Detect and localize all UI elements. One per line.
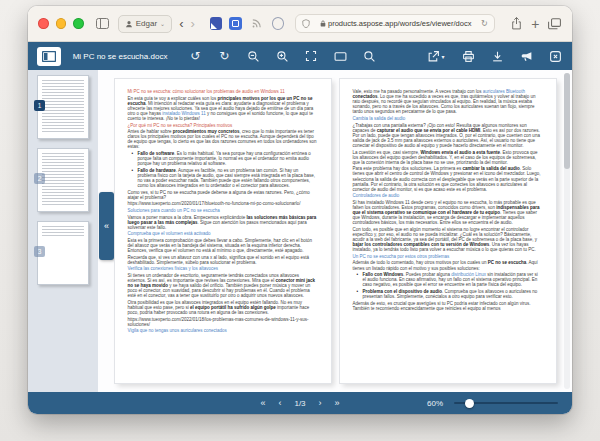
- document-text-run: ¿Por qué mi PC no se escucha? Principale…: [128, 123, 233, 128]
- document-paragraph: ¿Trabajas con una pantalla externa? ¡Ojo…: [353, 123, 543, 148]
- document-text-run: Como ves, si tu PC no se escucha puede d…: [128, 190, 310, 200]
- padlock-icon: [320, 20, 326, 27]
- viewer-footer: « ‹ 1/3 › » 60%: [28, 392, 572, 414]
- page-number-badge: 1: [34, 100, 45, 111]
- document-paragraph: Vale, esto me ha pasado personalmente. A…: [353, 89, 543, 114]
- document-paragraph: Vamos a poner manos a la obra. Empecemos…: [128, 215, 318, 230]
- document-paragraph: Además de todo lo comentado, hay otros m…: [353, 260, 543, 270]
- viewer-body: 123 « Mi PC no se escucha: cómo solucion…: [28, 70, 572, 392]
- document-page-1: Mi PC no se escucha: cómo solucionar los…: [114, 78, 332, 384]
- close-window-button[interactable]: [38, 18, 49, 29]
- export-caret-icon: ▾: [441, 53, 444, 60]
- document-text-run: Comprueba que el volumen está activado: [128, 231, 211, 236]
- last-page-button[interactable]: »: [335, 398, 340, 408]
- document-list-item: •Fallo con Windows. Puedes probar alguna…: [353, 272, 543, 287]
- profile-menu-button[interactable]: Edgar ⌄: [118, 15, 172, 33]
- document-text-run: Controladores de audio: [353, 193, 400, 198]
- back-button[interactable]: ‹: [179, 17, 183, 30]
- first-page-button[interactable]: «: [260, 398, 265, 408]
- document-heading-blue: Un PC no se escucha por estos otros prob…: [353, 254, 543, 259]
- thumbnail-preview: [42, 226, 84, 236]
- document-heading-red: Mi PC no se escucha: cómo solucionar los…: [128, 89, 318, 94]
- document-text-run: Con todo, es posible que en algún moment…: [353, 227, 538, 242]
- document-paragraph: Como ves, si tu PC no se escucha puede d…: [128, 190, 318, 200]
- sidebar-toggle-icon[interactable]: [95, 16, 111, 32]
- minimize-window-button[interactable]: [56, 18, 67, 29]
- document-page-2: Vale, esto me ha pasado personalmente. A…: [339, 78, 557, 384]
- zoom-out-button[interactable]: [245, 48, 261, 64]
- document-paragraph: Recuerda que, si ves un altavoz con una …: [128, 255, 318, 265]
- document-heading-blue: Verifica las conexiones físicas y los al…: [128, 266, 318, 271]
- page-number-badge: 2: [34, 173, 45, 184]
- document-heading-blue: Vigila que no tengas unos auriculares co…: [128, 328, 318, 333]
- document-text-run: Si tienes un ordenador de escritorio, se…: [128, 273, 300, 283]
- rss-icon[interactable]: [249, 16, 265, 32]
- privacy-shield-icon[interactable]: [302, 19, 310, 28]
- document-list-item: •Problema con el dispositivo de audio. C…: [353, 289, 543, 299]
- document-paragraph: https://www.tuexperto.com/2020/01/17/blu…: [128, 201, 318, 206]
- browser-extension-button-1[interactable]: [210, 17, 223, 30]
- chevron-down-icon: ⌄: [160, 20, 165, 27]
- zoom-window-button[interactable]: [73, 18, 84, 29]
- bullet-marker: •: [132, 168, 134, 173]
- reload-icon[interactable]: ↻: [481, 19, 488, 28]
- document-heading-blue: Controladores de audio: [353, 193, 543, 198]
- document-list-item: •Fallo de software. Es lo más habitual. …: [128, 151, 318, 166]
- redo-button[interactable]: ↻: [216, 48, 232, 64]
- page-indicator: 1/3: [294, 399, 305, 408]
- tab-overview-icon[interactable]: [546, 16, 562, 32]
- document-text-run: Mi PC no se escucha: cómo solucionar los…: [128, 89, 285, 94]
- new-tab-button[interactable]: +: [531, 17, 539, 31]
- print-button[interactable]: [460, 48, 476, 64]
- fit-page-button[interactable]: [332, 48, 348, 64]
- document-text-run: Recuerda que, si ves un altavoz con una …: [128, 255, 310, 265]
- document-text-run: Cambia la salida del audio: [353, 116, 406, 121]
- share-icon[interactable]: [509, 16, 525, 32]
- zoom-slider[interactable]: [454, 402, 558, 404]
- document-heading-red: ¿Por qué mi PC no se escucha? Principale…: [128, 123, 318, 128]
- export-button[interactable]: ▾: [425, 48, 447, 64]
- next-page-button[interactable]: ›: [319, 398, 322, 408]
- browser-window: Edgar ⌄ ‹ › products.aspose.app/words/es…: [28, 6, 572, 414]
- search-button[interactable]: [361, 48, 377, 64]
- page-thumbnail-2[interactable]: 2: [37, 148, 89, 212]
- document-paragraph: Si has instalado Windows 11 desde cero y…: [353, 200, 543, 225]
- document-paragraph: Esta es la primera comprobación que debe…: [128, 238, 318, 253]
- page-thumbnail-3[interactable]: 3: [37, 221, 89, 285]
- thumbnail-sidebar: 123: [28, 70, 98, 392]
- panel-layout-icon: [42, 51, 56, 62]
- document-text-run: https://www.tuexperto.com/2020/01/17/blu…: [128, 201, 301, 206]
- undo-button[interactable]: ↺: [187, 48, 203, 64]
- bullet-marker: •: [132, 151, 134, 156]
- scrollbar-thumb[interactable]: [564, 73, 570, 169]
- viewer-toolbar: Mi PC no se escucha.docx ↺ ↻: [28, 42, 572, 70]
- address-bar[interactable]: products.aspose.app/words/es/viewer/docx…: [295, 14, 494, 33]
- document-text-run: https://www.tuexperto.com/2022/01/18/los…: [128, 317, 309, 327]
- zoom-level-label: 60%: [427, 399, 443, 408]
- download-button[interactable]: [489, 48, 505, 64]
- url-text: products.aspose.app/words/es/viewer/docx: [310, 19, 481, 28]
- browser-extension-button-2[interactable]: [229, 17, 242, 30]
- page-thumbnail-1[interactable]: 1: [37, 75, 89, 139]
- forward-button[interactable]: ›: [190, 17, 194, 30]
- document-heading-blue: Soluciones para cuando un PC no se escuc…: [128, 208, 318, 213]
- zoom-slider-knob[interactable]: [465, 399, 474, 408]
- page-navigation: « ‹ 1/3 › »: [260, 398, 339, 408]
- document-text-run: Vigila que no tengas unos auriculares co…: [128, 328, 227, 333]
- document-paragraph: Además de esto, es crucial que averigües…: [353, 301, 543, 311]
- vertical-scrollbar[interactable]: [564, 73, 570, 389]
- feedback-megaphone-icon[interactable]: [518, 48, 534, 64]
- document-paragraph: Con todo, es posible que en algún moment…: [353, 227, 543, 252]
- zoom-in-button[interactable]: [274, 48, 290, 64]
- document-paragraph: Para este problema hay dos soluciones. L…: [353, 166, 543, 191]
- extension-ring-icon[interactable]: [272, 17, 285, 30]
- page-number-badge: 3: [34, 246, 45, 257]
- fullscreen-button[interactable]: [303, 48, 319, 64]
- thumbnail-preview: [42, 153, 84, 205]
- document-area: Mi PC no se escucha: cómo solucionar los…: [98, 70, 572, 392]
- zoom-control: 60%: [427, 399, 558, 408]
- thumbnail-panel-toggle-button[interactable]: [37, 47, 61, 66]
- person-icon: [125, 20, 133, 28]
- previous-page-button[interactable]: ‹: [278, 398, 281, 408]
- close-viewer-button[interactable]: [547, 48, 563, 64]
